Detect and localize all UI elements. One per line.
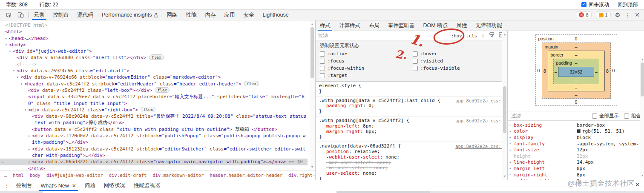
expand-arrow-icon[interactable]: ▸ <box>509 167 514 170</box>
css-declaration[interactable]: margin-right: 8px; <box>319 129 504 135</box>
dom-tree-row[interactable]: </div> <box>0 165 308 170</box>
breadcrumb-item[interactable]: div#juejin-web-editor <box>46 173 103 178</box>
css-source-link[interactable]: app.8ed92e2a.css:1 <box>455 118 504 124</box>
flex-badge[interactable]: flex <box>155 87 170 93</box>
twisty-icon[interactable]: ▸ <box>28 146 30 152</box>
breadcrumb-item[interactable]: body <box>30 173 40 178</box>
dom-tree-row[interactable]: ▸<div data-v-f120d0d2 data-v-c5c24ff2 st… <box>0 133 308 146</box>
drawer-tab-网络状况[interactable]: 网络状况 <box>100 180 129 191</box>
tab-DOM 断点[interactable]: DOM 断点 <box>419 20 452 31</box>
twisty-icon[interactable]: ▸ <box>28 133 30 139</box>
state-checkbox-:active[interactable]: :active <box>320 51 413 57</box>
tab-布局[interactable]: 布局 <box>365 20 384 31</box>
twisty-icon[interactable]: ▾ <box>24 107 26 113</box>
computed-property-row[interactable]: ▸line-height14.4px <box>508 159 644 166</box>
warning-badge[interactable]: ! 1 <box>596 11 611 18</box>
tab-事件监听器[interactable]: 事件监听器 <box>384 20 419 31</box>
tab-控制台[interactable]: 控制台 <box>49 10 73 20</box>
sync-scroll-toggle[interactable]: 同步滚动 <box>581 1 609 9</box>
flex-badge[interactable]: flex <box>244 81 259 86</box>
group-checkbox[interactable]: 组合 <box>624 113 641 119</box>
breadcrumb-item[interactable]: html <box>13 173 23 178</box>
breadcrumb-item[interactable]: div.edit-draft <box>109 173 147 178</box>
close-tab-icon[interactable]: ✕ <box>72 183 76 189</box>
dom-tree-scrollbar[interactable]: ▲ ▼ <box>310 21 315 169</box>
twisty-icon[interactable]: ▾ <box>20 81 23 87</box>
element-classes-button[interactable]: .cls <box>466 33 477 38</box>
sync-scroll-checkbox[interactable] <box>581 2 586 7</box>
drawer-tab-What's New[interactable]: What's New✕ <box>37 180 80 191</box>
box-model[interactable]: position 0 0 margin – 8 <box>535 34 617 106</box>
computed-scrollbar[interactable]: ▲ ▼ <box>640 57 644 178</box>
expand-arrow-icon[interactable]: ▸ <box>509 142 514 145</box>
tab-Performance insights[interactable]: Performance insights <box>98 10 162 20</box>
twisty-icon[interactable]: ▸ <box>5 35 7 42</box>
show-all-checkbox[interactable]: 全部显示 <box>592 113 619 119</box>
twisty-icon[interactable]: ▾ <box>9 48 11 54</box>
dom-tree-row[interactable]: <div data-v-c5c24ff2 class="left-box"></… <box>0 87 308 94</box>
dom-tree-row[interactable]: <!----> <box>0 61 308 68</box>
dom-tree-row[interactable]: <html> <box>0 28 308 35</box>
css-rule[interactable]: app.8ed92e2a.css:1.with-padding[data-v-c… <box>316 96 507 116</box>
expand-arrow-icon[interactable]: ▸ <box>509 123 514 127</box>
dom-tree-row[interactable]: <div data-v-6156d880 class="alert-list">… <box>0 54 308 61</box>
dom-tree-row[interactable]: <input data-v-33c29ee7 data-v-c5c24ff2 p… <box>0 94 308 107</box>
drawer-tab-性能监视器[interactable]: 性能监视器 <box>129 180 165 191</box>
dom-tree-row[interactable]: ▸<div data-v-151232ea data-v-c5c24ff2 st… <box>0 146 308 159</box>
state-checkbox-:focus-within[interactable]: :focus-within <box>320 65 413 71</box>
scroll-up-icon[interactable]: ▲ <box>310 21 315 26</box>
expand-arrow-icon[interactable]: ▸ <box>509 130 514 133</box>
expand-arrow-icon[interactable]: ▸ <box>509 148 514 152</box>
tab-属性[interactable]: 属性 <box>452 20 471 31</box>
dom-tree-row[interactable]: <button data-v-c5c24ff2 class="xitu-btn … <box>0 126 308 133</box>
breadcrumb-item[interactable]: header.header.editor-header <box>210 173 282 178</box>
drawer-tab-问题[interactable]: 问题 <box>80 180 100 191</box>
dom-tree-row[interactable]: …▸<nav data-v-06ad322f data-v-c5c24ff2 c… <box>0 159 308 165</box>
scrollbar-thumb[interactable] <box>641 62 644 96</box>
expand-arrow-icon[interactable]: ▸ <box>509 161 514 164</box>
tab-元素[interactable]: 元素 <box>29 10 49 20</box>
settings-gear-icon[interactable]: ⚙ <box>615 11 621 18</box>
tab-性能[interactable]: 性能 <box>181 10 201 20</box>
dom-tree-row[interactable]: ▾<div data-v-76924c66 class="edit-draft"… <box>0 68 308 74</box>
more-options-icon[interactable]: ⋮ <box>624 11 630 18</box>
dom-tree-row[interactable]: <div data-v-98c9024a data-v-c5c24ff2 tit… <box>0 113 308 126</box>
inspect-element-icon[interactable] <box>3 11 14 19</box>
dom-tree-row[interactable]: ▾<div id="juejin-web-editor"> <box>0 48 308 54</box>
state-checkbox-:focus-visible[interactable]: :focus-visible <box>413 65 503 71</box>
computed-filter-input[interactable]: 过滤 <box>511 113 521 119</box>
css-rule[interactable]: element.style {} <box>316 82 507 96</box>
css-source-link[interactable]: app.8ed92e2a.css:1 <box>455 98 504 104</box>
computed-property-row[interactable]: ▸margin-left8px <box>508 165 644 172</box>
scroll-up-icon[interactable]: ▲ <box>502 32 507 37</box>
scroll-up-icon[interactable]: ▲ <box>640 57 644 62</box>
drawer-menu-icon[interactable]: ⋮ <box>2 180 12 191</box>
tab-内存[interactable]: 内存 <box>201 10 220 20</box>
dom-tree-row[interactable]: ▾<div data-v-c5c24ff2 class="right-box">… <box>0 107 308 113</box>
breadcrumb-overflow[interactable]: … <box>4 173 7 178</box>
device-toolbar-icon[interactable] <box>15 11 26 19</box>
computed-property-row[interactable]: ▸font-family-apple-system, system- <box>508 141 644 147</box>
dom-tree-row[interactable]: ▾<div data-v-76924c66 st:block="markdown… <box>0 74 308 80</box>
error-badge[interactable]: ✕ 8 <box>576 11 591 18</box>
styles-filter-input[interactable]: 过滤 <box>318 32 447 39</box>
computed-property-row[interactable]: ▸displayblock <box>508 134 644 141</box>
css-declaration[interactable]: padding-right: 0; <box>319 103 504 109</box>
close-devtools-icon[interactable]: ✕ <box>635 11 640 18</box>
tab-无障碍功能[interactable]: 无障碍功能 <box>471 20 506 31</box>
scrollbar-thumb[interactable] <box>503 86 506 133</box>
scrollbar-thumb[interactable] <box>310 27 314 78</box>
scroll-down-icon[interactable]: ▼ <box>640 173 644 178</box>
computed-property-row[interactable]: ▸margin-right8px <box>508 172 644 178</box>
tab-Lighthouse[interactable]: Lighthouse <box>258 10 293 20</box>
state-checkbox-:visited[interactable]: :visited <box>413 58 503 64</box>
dom-tree-row[interactable]: ▾<header data-v-c5c24ff2 st:block="edito… <box>0 81 308 87</box>
css-rule[interactable]: app.8ed92e2a.css:1.navigator[data-v-06ad… <box>316 142 507 180</box>
state-checkbox-:target[interactable]: :target <box>320 73 413 78</box>
tab-网络[interactable]: 网络 <box>162 10 181 20</box>
tab-源代码[interactable]: 源代码 <box>73 10 98 20</box>
tab-计算样式[interactable]: 计算样式 <box>335 20 365 31</box>
scroll-down-icon[interactable]: ▼ <box>310 164 315 169</box>
computed-property-row[interactable]: ▸font-size12px <box>508 147 644 153</box>
state-checkbox-:focus[interactable]: :focus <box>320 58 413 64</box>
